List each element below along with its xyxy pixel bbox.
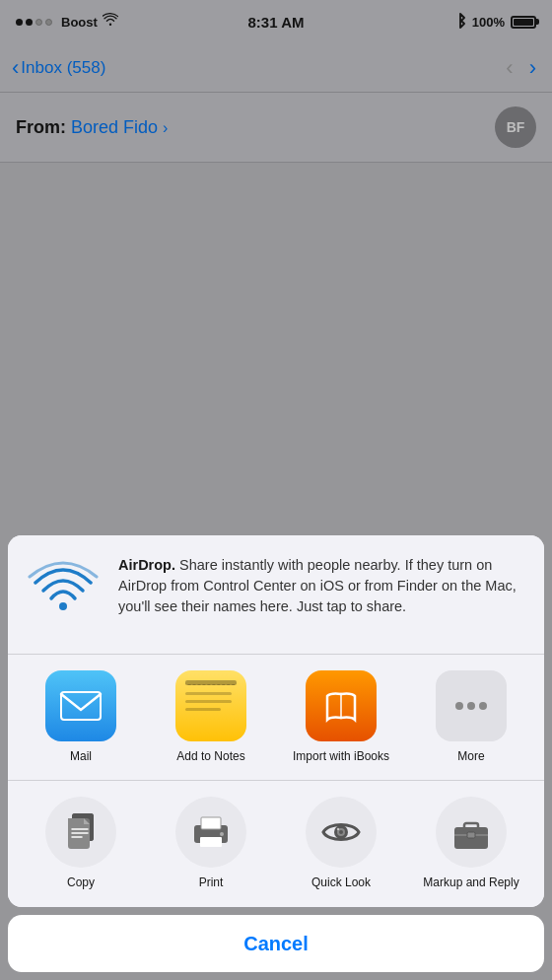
svg-point-21 [337,828,339,830]
svg-point-20 [339,830,343,834]
mail-app-icon [45,670,116,741]
print-icon-wrap [175,797,246,868]
action-item-markup[interactable]: Markup and Reply [422,797,520,891]
svg-rect-24 [467,832,475,838]
cancel-button[interactable]: Cancel [8,915,544,972]
quicklook-icon-wrap [306,797,377,868]
svg-point-4 [455,702,463,710]
svg-point-5 [467,702,475,710]
more-label: More [457,749,484,765]
airdrop-section: AirDrop. Share instantly with people nea… [8,535,544,655]
ibooks-app-icon [306,670,377,741]
airdrop-icon [24,555,103,634]
svg-rect-2 [61,692,101,720]
share-item-more[interactable]: More [422,670,520,765]
svg-rect-1 [59,690,103,722]
more-app-icon [436,670,507,741]
airdrop-description: AirDrop. Share instantly with people nea… [118,555,528,617]
sheet-main: AirDrop. Share instantly with people nea… [8,535,544,907]
sheet-overlay: AirDrop. Share instantly with people nea… [0,0,552,980]
markup-label: Markup and Reply [423,875,518,891]
action-item-quicklook[interactable]: Quick Look [292,797,390,891]
svg-point-17 [220,832,224,836]
cancel-label: Cancel [243,933,309,955]
copy-icon-wrap [45,797,116,868]
svg-point-0 [59,602,67,610]
ibooks-label: Import with iBooks [293,749,389,765]
copy-label: Copy [67,875,95,891]
print-label: Print [199,875,224,891]
action-sheet: AirDrop. Share instantly with people nea… [0,535,552,980]
share-item-notes[interactable]: Add to Notes [162,670,260,765]
airdrop-title: AirDrop. [118,557,175,573]
notes-app-icon [175,670,246,741]
share-item-mail[interactable]: Mail [32,670,130,765]
mail-label: Mail [70,749,92,765]
quicklook-label: Quick Look [311,875,371,891]
notes-label: Add to Notes [176,749,244,765]
action-item-print[interactable]: Print [162,797,260,891]
svg-rect-16 [201,817,221,829]
airdrop-body: Share instantly with people nearby. If t… [118,557,517,614]
svg-rect-15 [200,837,222,847]
share-row: Mail Add to Notes [8,655,544,782]
share-item-ibooks[interactable]: Import with iBooks [292,670,390,765]
action-row: Copy [8,781,544,907]
markup-icon-wrap [436,797,507,868]
action-item-copy[interactable]: Copy [32,797,130,891]
svg-point-6 [479,702,487,710]
